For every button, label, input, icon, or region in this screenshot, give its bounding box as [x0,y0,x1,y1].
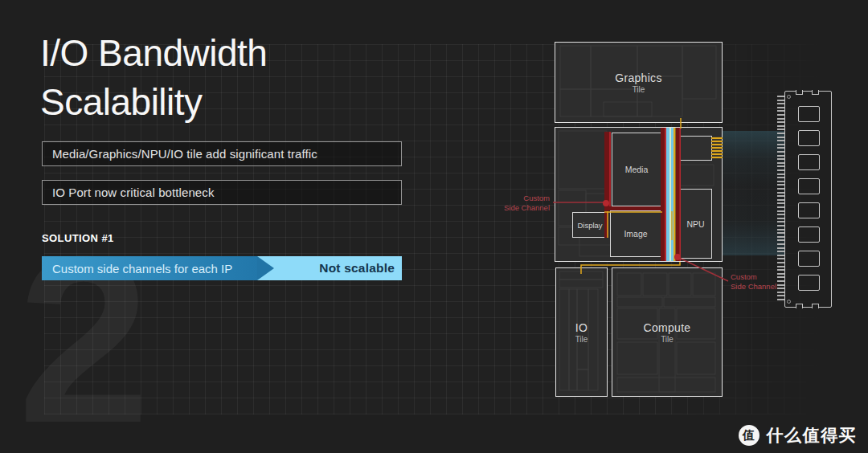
dimm-notch [812,90,819,95]
dimm-chip [798,106,820,122]
dimm-notch [796,90,803,95]
bullet-text-traffic: Media/Graphics/NPU/IO tile add significa… [52,147,317,161]
banner-right-text: Not scalable [319,256,395,280]
smzdm-watermark: 值 什么值得买 [739,424,858,447]
annotation-right-line2: Side Channel [731,282,776,292]
smzdm-brand-text: 什么值得买 [767,424,858,447]
annotation-right-line1: Custom [731,272,776,282]
smzdm-badge-icon: 值 [739,425,760,446]
dimm-chip [798,178,820,194]
dimm-hole [787,95,791,99]
npu-block-label: NPU [686,219,704,229]
media-block: Media [612,133,661,206]
annotation-right: Custom Side Channel [731,272,776,291]
phy-block [676,136,712,161]
io-tile: IO Tile [555,267,608,397]
memory-dimm-illustration [784,91,832,308]
title-line-2: Scalability [40,78,267,127]
solution-banner: Custom side channels for each IP Not sca… [42,256,402,280]
io-tile-name: IO [575,321,588,334]
solution-label: SOLUTION #1 [42,232,114,244]
annotation-left-line2: Side Channel [482,203,550,213]
dimm-chip [798,275,820,291]
io-tile-sub: Tile [575,335,588,344]
dimm-chip [798,154,820,170]
graphics-tile: Graphics Tile [555,42,723,123]
banner-dark-segment: Custom side channels for each IP [42,256,257,280]
graphics-tile-sub: Tile [633,85,645,94]
display-block: Display [572,212,608,238]
page-title: I/O Bandwidth Scalability [40,29,267,127]
memory-link-band [723,131,784,255]
display-block-label: Display [577,221,602,230]
dimm-pins [777,96,784,303]
slide: 2 I/O Bandwidth Scalability Media/Graphi… [0,0,868,453]
image-block: Image [610,210,661,257]
annotation-left: Custom Side Channel [482,194,550,212]
dimm-hole [787,300,791,304]
bullet-text-bottleneck: IO Port now critical bottleneck [52,186,215,199]
graphics-tile-name: Graphics [615,71,661,84]
dimm-chip [798,251,820,267]
dimm-notch [812,304,819,308]
banner-left-text: Custom side channels for each IP [52,262,232,275]
bullet-box-bottleneck: IO Port now critical bottleneck [42,180,402,205]
annotation-left-line1: Custom [482,194,550,203]
banner-arrow-icon [257,256,274,280]
media-block-label: Media [625,165,649,174]
title-line-1: I/O Bandwidth [40,29,267,78]
dimm-chip [798,226,820,243]
compute-tile: Compute Tile [612,267,723,397]
dimm-chip [798,130,820,146]
dimm-chip [798,202,820,218]
image-block-label: Image [624,229,647,239]
compute-tile-name: Compute [644,321,691,334]
dimm-notch [796,304,803,308]
npu-block: NPU [679,189,712,259]
compute-tile-sub: Tile [661,335,674,344]
bullet-box-traffic: Media/Graphics/NPU/IO tile add significa… [42,141,402,166]
